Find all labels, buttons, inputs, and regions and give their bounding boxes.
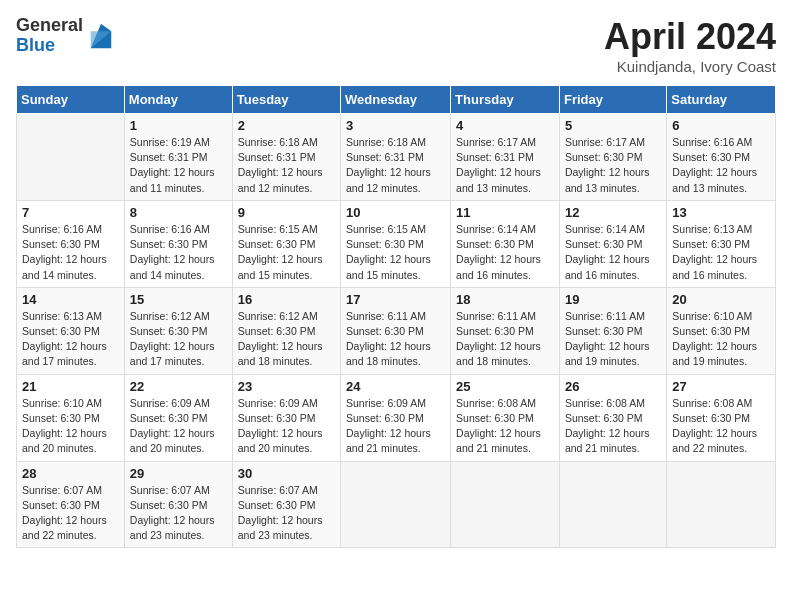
day-number: 5	[565, 118, 661, 133]
day-number: 3	[346, 118, 445, 133]
calendar-cell: 6Sunrise: 6:16 AM Sunset: 6:30 PM Daylig…	[667, 114, 776, 201]
day-info: Sunrise: 6:13 AM Sunset: 6:30 PM Dayligh…	[22, 309, 119, 370]
day-info: Sunrise: 6:09 AM Sunset: 6:30 PM Dayligh…	[238, 396, 335, 457]
day-info: Sunrise: 6:08 AM Sunset: 6:30 PM Dayligh…	[672, 396, 770, 457]
day-info: Sunrise: 6:13 AM Sunset: 6:30 PM Dayligh…	[672, 222, 770, 283]
day-number: 12	[565, 205, 661, 220]
calendar-cell: 4Sunrise: 6:17 AM Sunset: 6:31 PM Daylig…	[451, 114, 560, 201]
calendar-cell: 10Sunrise: 6:15 AM Sunset: 6:30 PM Dayli…	[341, 200, 451, 287]
day-number: 11	[456, 205, 554, 220]
day-number: 10	[346, 205, 445, 220]
day-number: 4	[456, 118, 554, 133]
calendar-cell: 13Sunrise: 6:13 AM Sunset: 6:30 PM Dayli…	[667, 200, 776, 287]
calendar-cell: 30Sunrise: 6:07 AM Sunset: 6:30 PM Dayli…	[232, 461, 340, 548]
day-info: Sunrise: 6:07 AM Sunset: 6:30 PM Dayligh…	[22, 483, 119, 544]
day-info: Sunrise: 6:16 AM Sunset: 6:30 PM Dayligh…	[22, 222, 119, 283]
logo: General Blue	[16, 16, 115, 56]
logo-general-text: General	[16, 16, 83, 36]
calendar-cell: 11Sunrise: 6:14 AM Sunset: 6:30 PM Dayli…	[451, 200, 560, 287]
day-number: 16	[238, 292, 335, 307]
calendar-cell: 22Sunrise: 6:09 AM Sunset: 6:30 PM Dayli…	[124, 374, 232, 461]
day-info: Sunrise: 6:11 AM Sunset: 6:30 PM Dayligh…	[346, 309, 445, 370]
calendar-cell: 15Sunrise: 6:12 AM Sunset: 6:30 PM Dayli…	[124, 287, 232, 374]
logo-icon	[87, 22, 115, 50]
day-number: 26	[565, 379, 661, 394]
day-number: 21	[22, 379, 119, 394]
day-info: Sunrise: 6:08 AM Sunset: 6:30 PM Dayligh…	[456, 396, 554, 457]
calendar-cell	[341, 461, 451, 548]
day-info: Sunrise: 6:09 AM Sunset: 6:30 PM Dayligh…	[130, 396, 227, 457]
day-number: 13	[672, 205, 770, 220]
day-number: 30	[238, 466, 335, 481]
page-header: General Blue April 2024 Kuindjanda, Ivor…	[16, 16, 776, 75]
day-number: 29	[130, 466, 227, 481]
location: Kuindjanda, Ivory Coast	[604, 58, 776, 75]
day-info: Sunrise: 6:11 AM Sunset: 6:30 PM Dayligh…	[565, 309, 661, 370]
day-number: 2	[238, 118, 335, 133]
day-number: 9	[238, 205, 335, 220]
day-info: Sunrise: 6:09 AM Sunset: 6:30 PM Dayligh…	[346, 396, 445, 457]
calendar-cell: 27Sunrise: 6:08 AM Sunset: 6:30 PM Dayli…	[667, 374, 776, 461]
day-number: 25	[456, 379, 554, 394]
day-number: 7	[22, 205, 119, 220]
day-of-week-header: Monday	[124, 86, 232, 114]
calendar-week-row: 7Sunrise: 6:16 AM Sunset: 6:30 PM Daylig…	[17, 200, 776, 287]
day-info: Sunrise: 6:19 AM Sunset: 6:31 PM Dayligh…	[130, 135, 227, 196]
calendar-cell: 8Sunrise: 6:16 AM Sunset: 6:30 PM Daylig…	[124, 200, 232, 287]
calendar-cell	[17, 114, 125, 201]
day-info: Sunrise: 6:12 AM Sunset: 6:30 PM Dayligh…	[130, 309, 227, 370]
day-number: 17	[346, 292, 445, 307]
calendar-week-row: 21Sunrise: 6:10 AM Sunset: 6:30 PM Dayli…	[17, 374, 776, 461]
calendar-cell: 23Sunrise: 6:09 AM Sunset: 6:30 PM Dayli…	[232, 374, 340, 461]
calendar-cell: 12Sunrise: 6:14 AM Sunset: 6:30 PM Dayli…	[559, 200, 666, 287]
day-number: 8	[130, 205, 227, 220]
title-area: April 2024 Kuindjanda, Ivory Coast	[604, 16, 776, 75]
day-info: Sunrise: 6:12 AM Sunset: 6:30 PM Dayligh…	[238, 309, 335, 370]
day-info: Sunrise: 6:15 AM Sunset: 6:30 PM Dayligh…	[238, 222, 335, 283]
calendar-header-row: SundayMondayTuesdayWednesdayThursdayFrid…	[17, 86, 776, 114]
day-info: Sunrise: 6:10 AM Sunset: 6:30 PM Dayligh…	[672, 309, 770, 370]
calendar-cell: 26Sunrise: 6:08 AM Sunset: 6:30 PM Dayli…	[559, 374, 666, 461]
calendar-cell	[559, 461, 666, 548]
day-number: 22	[130, 379, 227, 394]
calendar-cell: 28Sunrise: 6:07 AM Sunset: 6:30 PM Dayli…	[17, 461, 125, 548]
calendar-cell: 20Sunrise: 6:10 AM Sunset: 6:30 PM Dayli…	[667, 287, 776, 374]
day-info: Sunrise: 6:07 AM Sunset: 6:30 PM Dayligh…	[130, 483, 227, 544]
day-of-week-header: Saturday	[667, 86, 776, 114]
calendar-table: SundayMondayTuesdayWednesdayThursdayFrid…	[16, 85, 776, 548]
calendar-week-row: 28Sunrise: 6:07 AM Sunset: 6:30 PM Dayli…	[17, 461, 776, 548]
day-number: 28	[22, 466, 119, 481]
day-of-week-header: Friday	[559, 86, 666, 114]
calendar-cell: 18Sunrise: 6:11 AM Sunset: 6:30 PM Dayli…	[451, 287, 560, 374]
day-number: 6	[672, 118, 770, 133]
day-info: Sunrise: 6:07 AM Sunset: 6:30 PM Dayligh…	[238, 483, 335, 544]
calendar-cell: 17Sunrise: 6:11 AM Sunset: 6:30 PM Dayli…	[341, 287, 451, 374]
calendar-cell: 16Sunrise: 6:12 AM Sunset: 6:30 PM Dayli…	[232, 287, 340, 374]
calendar-cell	[667, 461, 776, 548]
calendar-cell: 9Sunrise: 6:15 AM Sunset: 6:30 PM Daylig…	[232, 200, 340, 287]
day-number: 24	[346, 379, 445, 394]
day-number: 27	[672, 379, 770, 394]
calendar-cell	[451, 461, 560, 548]
calendar-cell: 19Sunrise: 6:11 AM Sunset: 6:30 PM Dayli…	[559, 287, 666, 374]
logo-blue-text: Blue	[16, 36, 83, 56]
day-number: 1	[130, 118, 227, 133]
calendar-cell: 7Sunrise: 6:16 AM Sunset: 6:30 PM Daylig…	[17, 200, 125, 287]
day-info: Sunrise: 6:11 AM Sunset: 6:30 PM Dayligh…	[456, 309, 554, 370]
calendar-cell: 5Sunrise: 6:17 AM Sunset: 6:30 PM Daylig…	[559, 114, 666, 201]
calendar-cell: 29Sunrise: 6:07 AM Sunset: 6:30 PM Dayli…	[124, 461, 232, 548]
calendar-cell: 14Sunrise: 6:13 AM Sunset: 6:30 PM Dayli…	[17, 287, 125, 374]
calendar-cell: 25Sunrise: 6:08 AM Sunset: 6:30 PM Dayli…	[451, 374, 560, 461]
day-info: Sunrise: 6:16 AM Sunset: 6:30 PM Dayligh…	[130, 222, 227, 283]
calendar-week-row: 1Sunrise: 6:19 AM Sunset: 6:31 PM Daylig…	[17, 114, 776, 201]
day-info: Sunrise: 6:14 AM Sunset: 6:30 PM Dayligh…	[456, 222, 554, 283]
day-number: 15	[130, 292, 227, 307]
day-number: 23	[238, 379, 335, 394]
calendar-cell: 3Sunrise: 6:18 AM Sunset: 6:31 PM Daylig…	[341, 114, 451, 201]
day-info: Sunrise: 6:17 AM Sunset: 6:30 PM Dayligh…	[565, 135, 661, 196]
day-info: Sunrise: 6:16 AM Sunset: 6:30 PM Dayligh…	[672, 135, 770, 196]
day-of-week-header: Sunday	[17, 86, 125, 114]
day-number: 19	[565, 292, 661, 307]
day-info: Sunrise: 6:18 AM Sunset: 6:31 PM Dayligh…	[238, 135, 335, 196]
day-of-week-header: Tuesday	[232, 86, 340, 114]
